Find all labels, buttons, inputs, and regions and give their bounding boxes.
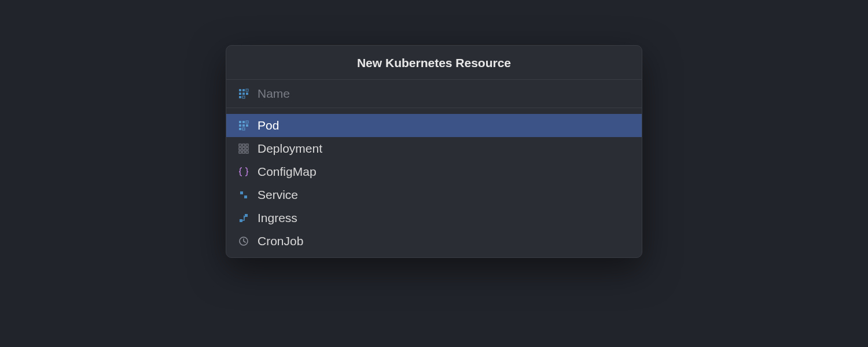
resource-item-label: Pod [258, 119, 279, 132]
ingress-icon [238, 212, 249, 224]
grid-icon [238, 120, 249, 131]
resource-item-label: Service [258, 188, 298, 202]
resource-item-configmap[interactable]: ConfigMap [226, 160, 642, 183]
resource-item-label: Deployment [258, 142, 322, 156]
svg-rect-16 [239, 144, 241, 146]
resource-item-ingress[interactable]: Ingress [226, 206, 642, 230]
svg-rect-19 [239, 147, 241, 150]
resource-item-deployment[interactable]: Deployment [226, 137, 642, 160]
resource-item-label: ConfigMap [258, 165, 317, 179]
svg-rect-28 [245, 214, 248, 217]
resource-item-pod[interactable]: Pod [226, 114, 642, 137]
svg-rect-20 [242, 147, 245, 150]
clock-icon [238, 235, 249, 247]
svg-rect-3 [239, 93, 241, 95]
resource-item-service[interactable]: Service [226, 183, 642, 206]
svg-rect-11 [239, 124, 241, 127]
svg-rect-27 [240, 219, 242, 222]
svg-rect-1 [242, 89, 245, 91]
svg-rect-21 [246, 147, 248, 150]
grid-icon [238, 88, 249, 99]
dialog-title: New Kubernetes Resource [226, 56, 642, 70]
svg-rect-9 [242, 121, 245, 123]
svg-rect-0 [239, 89, 241, 91]
svg-rect-23 [242, 151, 245, 153]
svg-rect-2 [246, 89, 248, 91]
blocks-icon [238, 189, 249, 201]
svg-rect-22 [239, 151, 241, 153]
svg-rect-8 [239, 121, 241, 123]
svg-rect-4 [242, 93, 245, 95]
svg-rect-7 [242, 96, 245, 98]
svg-rect-25 [240, 191, 243, 194]
svg-rect-17 [242, 144, 245, 146]
resource-item-cronjob[interactable]: CronJob [226, 230, 642, 253]
resource-item-label: Ingress [258, 211, 297, 225]
svg-rect-18 [246, 144, 248, 146]
grid-dim-icon [238, 143, 249, 154]
svg-rect-6 [239, 96, 241, 98]
svg-rect-13 [246, 124, 248, 127]
svg-rect-5 [246, 93, 248, 95]
resource-item-label: CronJob [258, 234, 303, 248]
dialog-header: New Kubernetes Resource [226, 46, 642, 80]
svg-rect-10 [246, 121, 248, 123]
new-resource-dialog: New Kubernetes Resource [226, 45, 642, 258]
svg-rect-26 [244, 195, 247, 198]
svg-rect-14 [239, 128, 241, 130]
svg-rect-15 [242, 128, 245, 130]
name-input-row [226, 80, 642, 108]
resource-type-list: Pod Deployment [226, 108, 642, 257]
svg-rect-12 [242, 124, 245, 127]
braces-icon [238, 166, 249, 178]
name-input[interactable] [258, 87, 630, 101]
svg-rect-24 [246, 151, 248, 153]
